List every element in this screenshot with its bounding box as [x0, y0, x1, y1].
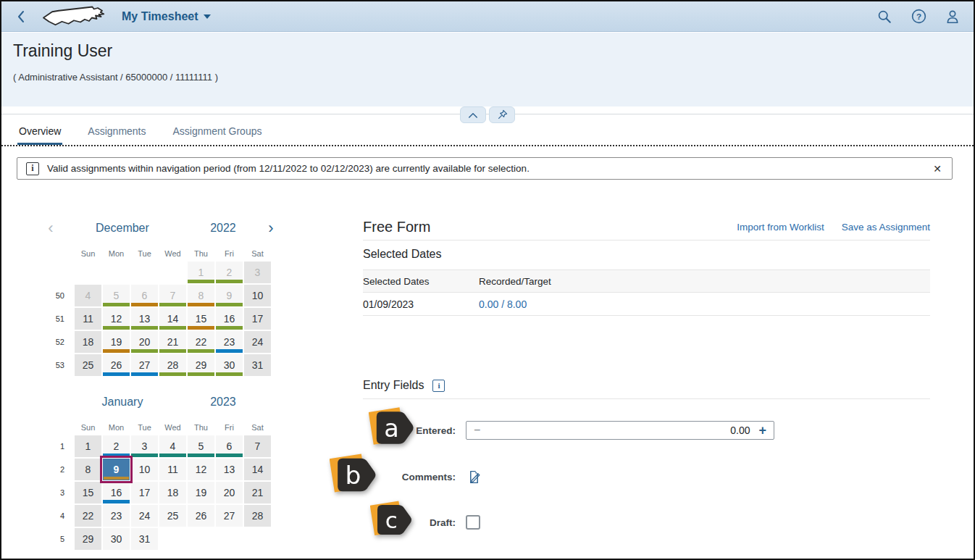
calendar-day-jan-25[interactable]: 25 [159, 505, 186, 527]
calendar-day-dec-10[interactable]: 10 [244, 285, 271, 306]
calendar-day-jan-21[interactable]: 21 [244, 482, 271, 503]
calendar-day-dec-29[interactable]: 29 [188, 354, 214, 376]
app-window: My Timesheet ? Training User ( Administr… [0, 0, 975, 560]
cell-recorded-target-link[interactable]: 0.00 / 8.00 [479, 298, 527, 310]
calendar-day-dec-21[interactable]: 21 [159, 331, 186, 353]
calendar-day-jan-19[interactable]: 19 [188, 482, 214, 503]
calendar-day-jan-14[interactable]: 14 [244, 459, 271, 480]
calendar-day-dec-25[interactable]: 25 [75, 354, 101, 376]
calendar-day-dec-22[interactable]: 22 [188, 331, 214, 353]
app-title-menu[interactable]: My Timesheet [122, 10, 211, 23]
calendar-month-label[interactable]: December [60, 222, 185, 235]
calendar-day-dec-11[interactable]: 11 [75, 308, 101, 330]
calendar-day-jan-6[interactable]: 6 [216, 435, 243, 457]
calendar-day-dec-16[interactable]: 16 [216, 308, 243, 330]
import-from-worklist-link[interactable]: Import from Worklist [737, 222, 824, 233]
calendar-day-dec-6: 6 [131, 285, 158, 306]
calendar-day-dec-24[interactable]: 24 [244, 331, 271, 353]
calendar-day-dec-31[interactable]: 31 [244, 354, 271, 376]
calendar-day-jan-1[interactable]: 1 [75, 435, 101, 457]
calendar-day-dec-27[interactable]: 27 [131, 354, 158, 376]
help-icon[interactable]: ? [911, 9, 926, 25]
calendar-day-jan-26[interactable]: 26 [188, 505, 214, 527]
calendar-day-dec-30[interactable]: 30 [216, 354, 243, 376]
page-title: Training User [13, 41, 962, 61]
entered-value[interactable]: 0.00 [480, 425, 758, 436]
calendar-day-jan-7[interactable]: 7 [244, 435, 271, 457]
day-indicator-orange [188, 326, 214, 330]
pin-header-button[interactable] [489, 106, 515, 123]
calendar-day-jan-8[interactable]: 8 [75, 459, 101, 480]
calendar-day-jan-31[interactable]: 31 [131, 528, 158, 550]
tab-assignment-groups[interactable]: Assignment Groups [172, 122, 264, 145]
calendar-day-dec-19[interactable]: 19 [103, 331, 130, 353]
header-anchor-bar [1, 106, 974, 122]
day-of-week-label: Thu [188, 243, 214, 260]
calendar-day-dec-15[interactable]: 15 [188, 308, 214, 330]
day-indicator-teal [159, 454, 186, 457]
tab-overview[interactable]: Overview [17, 122, 62, 145]
calendar-day-jan-2[interactable]: 2 [103, 435, 130, 457]
callout-marker-c: c [370, 499, 415, 541]
page-header: Training User ( Administrative Assistant… [1, 33, 974, 106]
user-icon[interactable] [945, 9, 961, 25]
calendar-empty-cell [103, 262, 130, 283]
calendar-day-jan-13[interactable]: 13 [216, 459, 243, 480]
draft-checkbox[interactable] [466, 515, 480, 530]
calendar-day-jan-4[interactable]: 4 [159, 435, 186, 457]
tab-assignments[interactable]: Assignments [86, 122, 147, 145]
calendar-day-dec-28[interactable]: 28 [159, 354, 186, 376]
back-icon[interactable] [12, 7, 30, 26]
calendar-year-label[interactable]: 2022 [185, 222, 261, 235]
calendar-day-jan-22[interactable]: 22 [75, 505, 101, 527]
calendar-day-jan-29[interactable]: 29 [75, 528, 101, 550]
decrement-icon[interactable]: − [474, 424, 480, 437]
calendar-day-dec-23[interactable]: 23 [216, 331, 243, 353]
calendar-day-jan-27[interactable]: 27 [216, 505, 243, 527]
calendar-day-jan-20[interactable]: 20 [216, 482, 243, 503]
day-of-week-label: Wed [159, 417, 186, 434]
table-row[interactable]: 01/09/2023 0.00 / 8.00 [363, 293, 930, 316]
calendar-day-jan-23[interactable]: 23 [103, 505, 130, 527]
calendar-day-jan-12[interactable]: 12 [188, 459, 214, 480]
close-icon[interactable]: ✕ [932, 163, 943, 175]
calendar-day-jan-30[interactable]: 30 [103, 528, 130, 550]
calendar-day-jan-3[interactable]: 3 [131, 435, 158, 457]
increment-icon[interactable]: + [758, 423, 766, 438]
calendar-day-jan-28[interactable]: 28 [244, 505, 271, 527]
shell-bar: My Timesheet ? [1, 1, 974, 32]
search-icon[interactable] [876, 9, 892, 25]
calendar-day-jan-10[interactable]: 10 [131, 459, 158, 480]
calendar-day-dec-13[interactable]: 13 [131, 308, 158, 330]
calendar-day-dec-14[interactable]: 14 [159, 308, 186, 330]
day-of-week-label: Tue [131, 417, 158, 434]
calendar-day-jan-18[interactable]: 18 [159, 482, 186, 503]
calendar-day-dec-12[interactable]: 12 [103, 308, 130, 330]
calendar-day-dec-20[interactable]: 20 [131, 331, 158, 353]
day-indicator-green [188, 349, 214, 353]
calendar-year-label[interactable]: 2023 [185, 396, 261, 409]
calendar-day-dec-26[interactable]: 26 [103, 354, 130, 376]
previous-month-icon: ‹ [41, 220, 60, 236]
entry-fields-info-icon[interactable]: i [432, 380, 445, 392]
day-indicator-orange [188, 303, 214, 306]
day-indicator-teal [188, 454, 214, 457]
calendar-day-jan-5[interactable]: 5 [188, 435, 214, 457]
calendar-day-dec-18[interactable]: 18 [75, 331, 101, 353]
week-number: 1 [41, 435, 73, 457]
calendar-day-jan-24[interactable]: 24 [131, 505, 158, 527]
calendar-empty-cell [244, 528, 271, 550]
next-month-icon[interactable]: › [261, 220, 280, 236]
edit-comments-icon[interactable] [466, 469, 482, 485]
calendar-empty-cell [216, 528, 243, 550]
collapse-header-button[interactable] [460, 106, 486, 123]
calendar-day-jan-17[interactable]: 17 [131, 482, 158, 503]
calendar-month-label[interactable]: January [60, 396, 185, 409]
calendar-day-jan-16[interactable]: 16 [103, 482, 130, 503]
column-header-recorded-target: Recorded/Target [479, 276, 551, 287]
calendar-day-dec-17[interactable]: 17 [244, 308, 271, 330]
calendar-day-jan-9[interactable]: 9 [103, 459, 130, 480]
calendar-day-jan-11[interactable]: 11 [159, 459, 186, 480]
calendar-day-jan-15[interactable]: 15 [75, 482, 101, 503]
save-as-assignment-link[interactable]: Save as Assignment [842, 222, 930, 233]
